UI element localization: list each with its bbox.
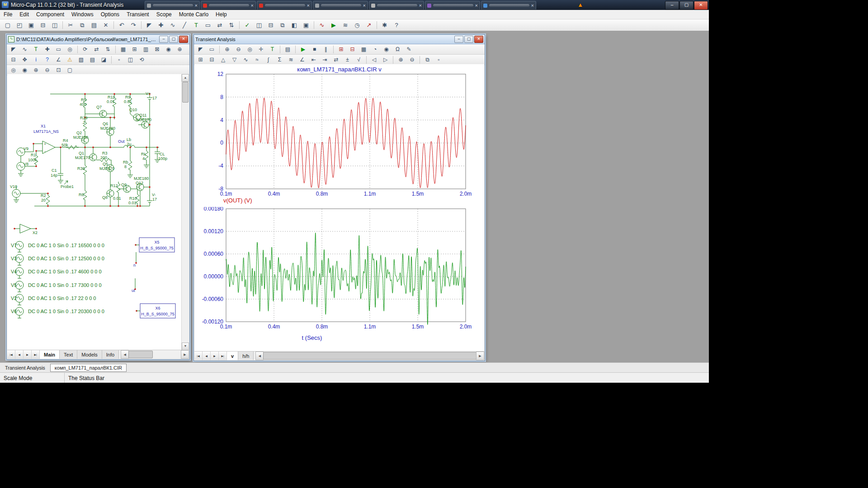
zoom-out-icon[interactable]: ⊖ [42, 66, 52, 75]
data-points-icon[interactable]: ▫ [434, 55, 444, 64]
menu-windows[interactable]: Windows [68, 10, 97, 19]
menu-scope[interactable]: Scope [153, 10, 175, 19]
paste-icon[interactable]: ▤ [89, 20, 99, 30]
schematic-window-titlebar[interactable]: ∿ D:\MC11\DATA\Audio Amplifiers\Рубальск… [7, 35, 189, 44]
rotate-90-icon[interactable]: ⟲ [137, 55, 147, 64]
schematic-horizontal-scrollbar[interactable]: ◀ ▶ [121, 350, 189, 359]
select-mode-icon[interactable]: ◤ [195, 45, 206, 54]
vlc-icon[interactable]: ▲ [577, 1, 583, 8]
menu-options[interactable]: Options [97, 10, 123, 19]
box-icon[interactable]: ▫ [114, 55, 124, 64]
schematic-window[interactable]: ∿ D:\MC11\DATA\Audio Amplifiers\Рубальск… [6, 34, 190, 360]
background-tab[interactable]: × [369, 1, 424, 9]
graphics-mode-icon[interactable]: ▭ [203, 20, 213, 30]
cursor-left-icon[interactable]: ◁ [369, 55, 379, 64]
tab-close-icon[interactable]: × [475, 3, 478, 8]
find-text-icon[interactable]: ◉ [19, 66, 30, 75]
cascade-windows-icon[interactable]: ⧉ [277, 20, 288, 30]
redo-icon[interactable]: ↷ [128, 20, 139, 30]
subcircuit-block-x5[interactable]: X5H_B_S_95000_75 [136, 238, 175, 252]
close-button[interactable]: ✕ [179, 36, 188, 43]
analysis-horizontal-scrollbar[interactable]: ◀ ▶ [255, 352, 484, 360]
schematic-tab-info[interactable]: Info [102, 350, 119, 359]
scrollbar-thumb[interactable] [263, 352, 476, 360]
component-mode-icon[interactable]: ✚ [156, 20, 166, 30]
pan-mode-icon[interactable]: ✥ [19, 55, 30, 64]
close-button[interactable]: ✕ [474, 36, 483, 43]
schematic-tab-text[interactable]: Text [60, 350, 77, 359]
schematic-nav-next[interactable]: ▶ [24, 350, 32, 359]
rotate-icon[interactable]: ⟳ [80, 45, 90, 54]
scale-mode-icon[interactable]: ◎ [245, 45, 255, 54]
scroll-right-icon[interactable]: ▶ [476, 352, 484, 360]
slope-icon[interactable]: ∠ [297, 55, 307, 64]
tab-close-icon[interactable]: × [195, 3, 198, 8]
high-icon[interactable]: ∿ [241, 55, 251, 64]
properties-icon[interactable]: ▤ [283, 45, 293, 54]
measure-icon[interactable]: ⊕ [175, 45, 185, 54]
analysis-nav-last[interactable]: ▶| [219, 352, 227, 360]
new-icon[interactable]: ▢ [2, 20, 13, 30]
maximize-window-icon[interactable]: ▣ [301, 20, 311, 30]
text-mode-icon[interactable]: T [267, 45, 278, 54]
border-icon[interactable]: ⊞ [129, 45, 140, 54]
plot-area[interactable]: комп_LM7171_паралВК1.CIR v 12840-4-80.1m… [194, 64, 484, 352]
text-tool-icon[interactable]: T [31, 45, 41, 54]
text-mode-icon[interactable]: T [191, 20, 202, 30]
point-to-point-icon[interactable]: ∠ [53, 55, 64, 64]
region-icon[interactable]: ▧ [76, 55, 86, 64]
source-row-v3[interactable]: V3DC 0 AC 1 0 Sin 0 .17 12500 0 0 0 [11, 254, 104, 265]
diagonal-wire-icon[interactable]: ╱ [179, 20, 190, 30]
zoom-in-icon[interactable]: ⊕ [31, 66, 41, 75]
source-row-v6[interactable]: V6DC 0 AC 1 0 Sin 0 .17 20300 0 0 0 [11, 307, 104, 318]
tag-icon[interactable]: ± [342, 55, 353, 64]
source-row-v7[interactable]: V7DC 0 AC 1 0 Sin 0 .17 16500 0 0 0 [11, 241, 104, 252]
tile-horizontal-icon[interactable]: ⊟ [265, 20, 276, 30]
tab-close-icon[interactable]: × [419, 3, 422, 8]
source-row-v5[interactable]: V5DC 0 AC 1 0 Sin 0 .17 7300 0 0 0 [11, 281, 102, 292]
tab-close-icon[interactable]: × [251, 3, 254, 8]
source-row-v4[interactable]: V4DC 0 AC 1 0 Sin 0 .17 4600 0 0 0 [11, 267, 102, 278]
maximize-button[interactable]: ▢ [169, 36, 178, 43]
global-low-icon[interactable]: ≋ [286, 55, 296, 64]
pause-icon[interactable]: ∥ [321, 45, 331, 54]
tile-vertical-icon[interactable]: ◫ [254, 20, 264, 30]
schematic-canvas[interactable]: R5400Q7R110.01R90.01V+17Q10Q11MJE170R29.… [7, 74, 182, 350]
dc-op-icon[interactable]: Ω [392, 45, 403, 54]
meter-icon[interactable]: ◷ [352, 20, 363, 30]
print-preview-icon[interactable]: ◫ [49, 20, 60, 30]
go-right-icon[interactable]: ⇥ [320, 55, 330, 64]
options-icon[interactable]: ✱ [379, 20, 390, 30]
zoom-area-icon[interactable]: ⊡ [53, 66, 64, 75]
schematic-nav-first[interactable]: |◀ [7, 350, 15, 359]
wire-mode-icon[interactable]: ∿ [167, 20, 178, 30]
schematic-tab-main[interactable]: Main [40, 350, 60, 359]
source-row-v2[interactable]: V2DC 0 AC 1 0 Sin 0 .17 22 0 0 0 [11, 294, 96, 305]
run-icon[interactable]: ▶ [298, 45, 308, 54]
flip-horizontal-icon[interactable]: ⇄ [214, 20, 225, 30]
edit-icon[interactable]: ✎ [404, 45, 414, 54]
valley-icon[interactable]: ▽ [229, 55, 240, 64]
find-component-icon[interactable]: ◎ [8, 66, 19, 75]
background-tab[interactable]: × [257, 1, 312, 9]
minimize-button[interactable]: – [454, 36, 463, 43]
analysis-window-titlebar[interactable]: Transient Analysis – ▢ ✕ [194, 35, 485, 44]
grid-icon[interactable]: ▦ [118, 45, 128, 54]
add-grid-icon[interactable]: ⊞ [195, 55, 206, 64]
delete-icon[interactable]: ✕ [100, 20, 111, 30]
node-numbers-icon[interactable]: ◉ [163, 45, 174, 54]
probe-icon[interactable]: ↗ [363, 20, 374, 30]
output-voltage-plot[interactable]: 12840-4-80.1m0.4m0.8m1.1m1.5m2.0m [195, 71, 476, 197]
select-mode-icon[interactable]: ◤ [144, 20, 155, 30]
scrollbar-thumb[interactable] [128, 351, 153, 358]
tab-close-icon[interactable]: × [531, 3, 534, 8]
cut-icon[interactable]: ✂ [65, 20, 76, 30]
info-mode-icon[interactable]: i [31, 55, 41, 64]
mirror-h-icon[interactable]: ◫ [125, 55, 136, 64]
background-tab[interactable]: × [481, 1, 536, 9]
zoom-out-icon[interactable]: ⊖ [407, 55, 417, 64]
maximize-button[interactable]: ▢ [464, 36, 473, 43]
next-point-icon[interactable]: ⇄ [331, 55, 341, 64]
doc-tab-circuit-file[interactable]: комп_LM7171_паралВК1.CIR [50, 364, 127, 372]
analysis-window-icon[interactable]: ▦ [359, 45, 369, 54]
